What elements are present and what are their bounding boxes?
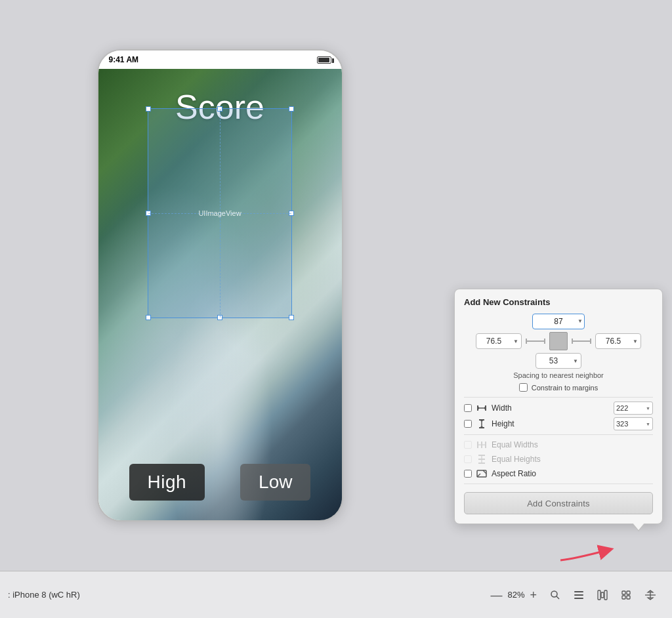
svg-rect-29 [604,590,607,600]
red-arrow-svg [554,534,633,567]
h-line-left [526,340,545,342]
width-value-input[interactable]: ▼ [614,402,653,415]
constrain-margins-checkbox[interactable] [519,383,528,392]
height-arrow[interactable]: ▼ [646,422,650,426]
equal-heights-icon [476,453,488,465]
svg-rect-33 [622,596,625,599]
width-arrow[interactable]: ▼ [646,406,650,411]
svg-rect-12 [485,442,486,448]
width-icon [476,402,488,414]
divider-2 [464,434,653,435]
right-spacing-arrow[interactable]: ▼ [633,339,638,344]
bottom-spacing-input[interactable]: ▼ [536,353,581,369]
handle-top-right[interactable] [289,106,294,112]
panel-title: Add New Constraints [464,297,653,307]
handle-top-left[interactable] [146,106,151,112]
svg-rect-11 [481,442,482,448]
width-icon-svg [476,403,487,413]
high-button[interactable]: High [129,464,205,501]
canvas-area: 9:41 AM Score [0,0,440,571]
h-line-right [572,340,591,342]
status-time: 9:41 AM [109,55,139,64]
right-spacing-value[interactable] [598,337,628,346]
svg-rect-27 [574,598,583,599]
svg-rect-25 [574,591,583,592]
right-spacing-input[interactable]: ▼ [595,333,641,349]
image-view-selection[interactable]: UIImageView [148,108,292,318]
bottom-spacing-row: ▼ [464,353,653,369]
svg-rect-32 [627,591,630,594]
bottom-buttons: High Low [98,464,342,501]
search-icon [550,590,560,600]
width-value[interactable] [616,404,641,412]
constraints-panel: Add New Constraints ▼ ▼ ▼ ▼ Spacing to n… [454,289,663,524]
width-checkbox[interactable] [464,404,472,412]
height-icon [476,418,488,430]
height-icon-svg [476,419,487,429]
equal-widths-row: Equal Widths [464,439,653,451]
height-checkbox[interactable] [464,420,472,428]
aspect-ratio-icon-svg [476,468,487,479]
equal-widths-label: Equal Widths [492,440,653,449]
svg-rect-34 [627,596,630,599]
red-arrow-indicator [554,534,633,569]
equal-widths-checkbox[interactable] [464,441,472,449]
left-spacing-arrow[interactable]: ▼ [513,339,518,344]
width-row: Width ▼ [464,402,653,415]
add-constraints-button[interactable]: Add Constraints [464,492,653,514]
top-spacing-row: ▼ [464,314,653,329]
bottom-bar: : iPhone 8 (wC hR) — 82% + [0,571,672,618]
bottom-spacing-arrow[interactable]: ▼ [573,358,578,364]
aspect-ratio-checkbox[interactable] [464,470,472,478]
resolve-icon-button[interactable] [642,587,659,603]
handle-bottom-right[interactable] [289,315,294,320]
constraints-icon-button[interactable] [618,587,634,603]
align-icon-button[interactable] [571,587,587,603]
battery-icon [317,56,331,64]
handle-bottom-left[interactable] [146,315,151,320]
svg-rect-17 [478,463,485,464]
svg-rect-26 [574,594,583,596]
constrain-margins-label: Constrain to margins [532,384,598,392]
iphone-frame: 9:41 AM Score [97,49,343,522]
svg-rect-16 [478,459,485,460]
svg-line-24 [556,596,559,599]
zoom-in-button[interactable]: + [530,589,537,601]
width-label: Width [492,403,610,413]
top-spacing-value[interactable] [541,317,577,326]
low-button[interactable]: Low [240,464,310,501]
panel-arrow [632,524,645,531]
height-value-input[interactable]: ▼ [614,417,653,430]
zoom-controls: — 82% + [490,589,537,601]
equal-heights-row: Equal Heights [464,453,653,465]
height-row: Height ▼ [464,417,653,430]
svg-rect-15 [478,455,485,456]
height-value[interactable] [616,420,641,428]
spacing-label: Spacing to nearest neighbor [464,371,653,379]
svg-rect-28 [598,590,600,600]
equal-widths-icon-svg [476,440,487,450]
distribute-icon-button[interactable] [595,587,610,603]
device-label: : iPhone 8 (wC hR) [8,590,80,600]
svg-rect-31 [622,591,625,594]
search-icon-button[interactable] [547,587,563,603]
svg-rect-10 [477,442,478,448]
distribute-icon [597,590,608,600]
top-spacing-input[interactable]: ▼ [532,314,585,329]
left-spacing-input[interactable]: ▼ [476,333,522,349]
aspect-ratio-row: Aspect Ratio [464,468,653,480]
left-spacing-value[interactable] [479,337,509,346]
bottom-spacing-value[interactable] [539,356,568,365]
zoom-value: 82% [507,590,524,600]
top-spacing-arrow[interactable]: ▼ [578,319,583,324]
toolbar-icons [547,587,659,603]
equal-widths-icon [476,439,488,451]
middle-spacing-row: ▼ ▼ [464,332,653,350]
background-image: Score UIImageView [98,69,342,520]
center-square [549,332,568,350]
zoom-out-button[interactable]: — [490,589,502,601]
equal-heights-checkbox[interactable] [464,455,472,463]
aspect-ratio-icon [476,468,488,480]
equal-heights-label: Equal Heights [492,455,653,464]
constrain-margins-row: Constrain to margins [464,383,653,392]
